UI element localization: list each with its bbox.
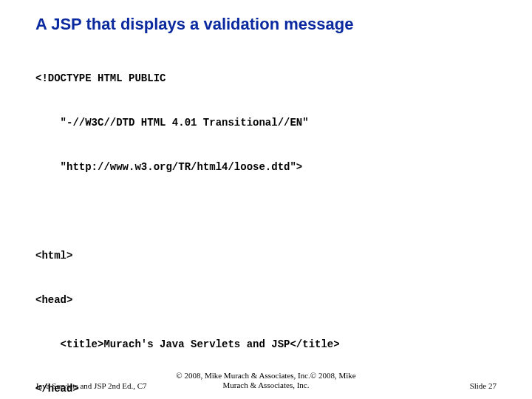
code-line: <head> xyxy=(35,293,474,307)
code-line: <html> xyxy=(35,248,474,263)
code-block: <!DOCTYPE HTML PUBLIC "-//W3C//DTD HTML … xyxy=(35,41,474,399)
footer-center-line2: Murach & Associates, Inc. xyxy=(223,381,310,389)
footer: Java Servlets and JSP 2nd Ed., C7 © 2008… xyxy=(0,368,532,390)
code-line: "http://www.w3.org/TR/html4/loose.dtd"> xyxy=(35,160,474,174)
slide: A JSP that displays a validation message… xyxy=(0,0,532,399)
footer-center-line1: © 2008, Mike Murach & Associates, Inc.© … xyxy=(176,371,355,380)
footer-center: © 2008, Mike Murach & Associates, Inc.© … xyxy=(0,371,532,390)
code-line: <!DOCTYPE HTML PUBLIC xyxy=(35,71,474,86)
footer-right: Slide 27 xyxy=(470,381,497,390)
slide-title: A JSP that displays a validation message xyxy=(35,15,353,34)
code-line: <title>Murach's Java Servlets and JSP</t… xyxy=(35,337,474,352)
code-line: "-//W3C//DTD HTML 4.01 Transitional//EN" xyxy=(35,115,474,130)
code-line xyxy=(35,204,474,219)
